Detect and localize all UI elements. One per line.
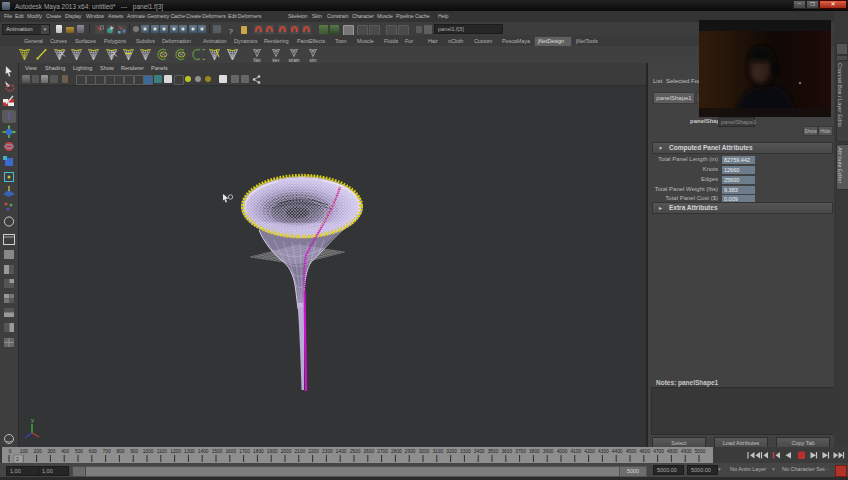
svg-text:3200: 3200 bbox=[446, 449, 457, 454]
svg-text:4600: 4600 bbox=[639, 449, 650, 454]
svg-text:2: 2 bbox=[16, 456, 19, 462]
svg-text:4200: 4200 bbox=[584, 449, 595, 454]
svg-text:2700: 2700 bbox=[377, 449, 388, 454]
svg-text:3000: 3000 bbox=[419, 449, 430, 454]
svg-text:800: 800 bbox=[116, 449, 124, 454]
svg-text:300: 300 bbox=[47, 449, 55, 454]
svg-text:3900: 3900 bbox=[543, 449, 554, 454]
svg-text:3800: 3800 bbox=[529, 449, 540, 454]
svg-text:2000: 2000 bbox=[281, 449, 292, 454]
svg-text:4700: 4700 bbox=[653, 449, 664, 454]
svg-text:0: 0 bbox=[9, 449, 12, 454]
svg-text:3400: 3400 bbox=[474, 449, 485, 454]
svg-text:1100: 1100 bbox=[157, 449, 168, 454]
svg-text:4800: 4800 bbox=[667, 449, 678, 454]
svg-text:2100: 2100 bbox=[294, 449, 305, 454]
svg-text:2800: 2800 bbox=[391, 449, 402, 454]
svg-text:4500: 4500 bbox=[626, 449, 637, 454]
svg-text:600: 600 bbox=[89, 449, 97, 454]
svg-text:y: y bbox=[31, 417, 34, 423]
svg-text:3100: 3100 bbox=[432, 449, 443, 454]
svg-text:2900: 2900 bbox=[405, 449, 416, 454]
svg-text:3300: 3300 bbox=[460, 449, 471, 454]
svg-text:1800: 1800 bbox=[253, 449, 264, 454]
svg-text:2400: 2400 bbox=[336, 449, 347, 454]
svg-text:1500: 1500 bbox=[212, 449, 223, 454]
svg-text:400: 400 bbox=[61, 449, 69, 454]
svg-text:2200: 2200 bbox=[308, 449, 319, 454]
svg-text:3700: 3700 bbox=[515, 449, 526, 454]
svg-text:1000: 1000 bbox=[143, 449, 154, 454]
svg-text:4100: 4100 bbox=[570, 449, 581, 454]
svg-text:3500: 3500 bbox=[488, 449, 499, 454]
svg-text:1700: 1700 bbox=[239, 449, 250, 454]
svg-text:5000: 5000 bbox=[695, 449, 706, 454]
svg-text:100: 100 bbox=[20, 449, 28, 454]
svg-text:1600: 1600 bbox=[225, 449, 236, 454]
svg-text:sim: sim bbox=[310, 58, 317, 63]
svg-text:2300: 2300 bbox=[322, 449, 333, 454]
svg-text:4900: 4900 bbox=[681, 449, 692, 454]
svg-text:2600: 2600 bbox=[363, 449, 374, 454]
svg-text:700: 700 bbox=[103, 449, 111, 454]
svg-text:1200: 1200 bbox=[170, 449, 181, 454]
svg-text:500: 500 bbox=[75, 449, 83, 454]
svg-text:900: 900 bbox=[130, 449, 138, 454]
svg-text:?: ? bbox=[229, 27, 234, 36]
svg-text:strain: strain bbox=[288, 58, 300, 63]
svg-text:4400: 4400 bbox=[612, 449, 623, 454]
svg-text:key: key bbox=[272, 58, 280, 63]
svg-text:1900: 1900 bbox=[267, 449, 278, 454]
svg-text:4300: 4300 bbox=[598, 449, 609, 454]
svg-text:4000: 4000 bbox=[557, 449, 568, 454]
svg-text:2500: 2500 bbox=[350, 449, 361, 454]
svg-text:3600: 3600 bbox=[501, 449, 512, 454]
svg-text:200: 200 bbox=[34, 449, 42, 454]
svg-text:1400: 1400 bbox=[198, 449, 209, 454]
svg-text:Net: Net bbox=[253, 58, 261, 63]
svg-text:1300: 1300 bbox=[184, 449, 195, 454]
